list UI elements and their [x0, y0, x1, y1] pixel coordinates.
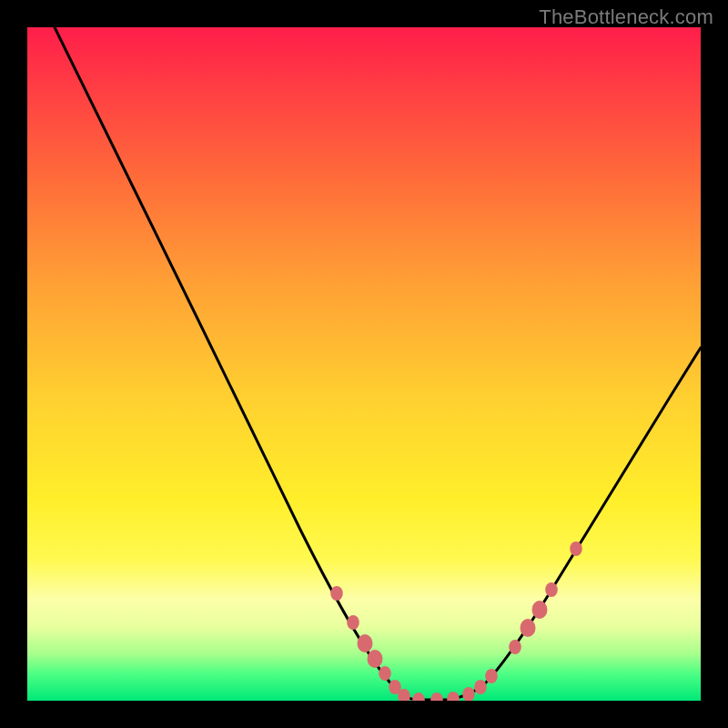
chart-curve	[55, 27, 701, 700]
chart-svg	[27, 27, 701, 701]
watermark-text: TheBottleneck.com	[539, 5, 713, 29]
chart-marker	[412, 693, 425, 701]
chart-marker	[462, 687, 475, 701]
chart-marker	[379, 666, 391, 681]
chart-frame: TheBottleneck.com	[0, 0, 728, 728]
chart-marker	[447, 692, 460, 701]
chart-marker	[509, 640, 521, 654]
chart-marker	[485, 669, 498, 683]
chart-marker	[330, 586, 343, 601]
chart-marker	[358, 634, 373, 652]
chart-marker	[532, 601, 548, 619]
chart-marker	[368, 650, 383, 668]
chart-marker	[521, 619, 536, 637]
chart-marker	[430, 693, 443, 701]
chart-marker	[570, 541, 582, 556]
chart-plot-area	[27, 27, 701, 701]
chart-marker	[347, 615, 359, 630]
chart-marker	[474, 680, 487, 694]
chart-markers	[330, 541, 582, 701]
chart-marker	[545, 582, 558, 597]
